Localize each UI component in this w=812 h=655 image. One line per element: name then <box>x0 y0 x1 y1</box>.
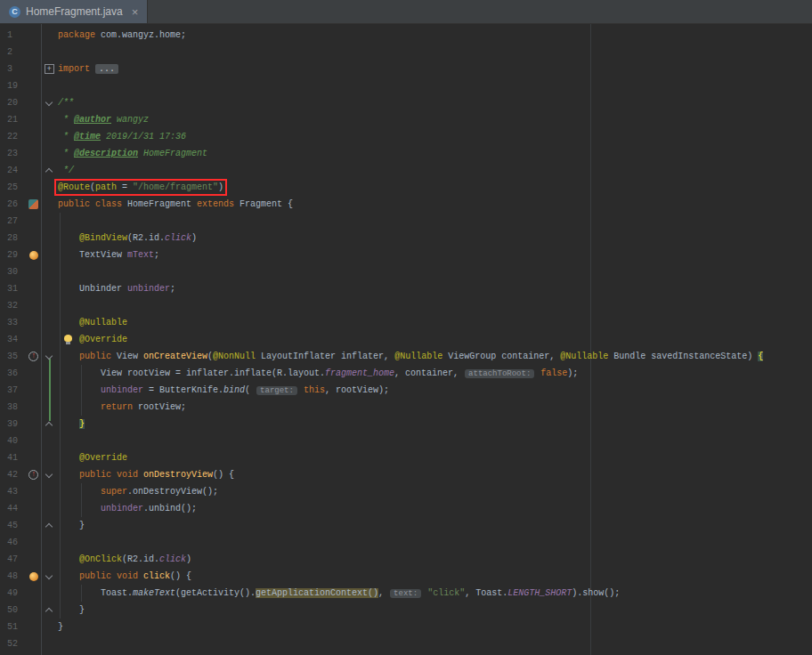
line-number[interactable]: 42 <box>0 466 25 483</box>
code-line[interactable]: 34 @Override <box>0 331 812 348</box>
code-line[interactable]: 2 <box>0 44 812 61</box>
line-number[interactable]: 47 <box>0 551 25 568</box>
line-number[interactable]: 3 <box>0 61 25 77</box>
line-number[interactable]: 34 <box>0 331 25 348</box>
fold-cell <box>42 77 58 94</box>
bind-indicator-icon[interactable] <box>29 572 38 581</box>
line-number[interactable]: 51 <box>0 619 25 635</box>
code-line[interactable]: 31 Unbinder unbinder; <box>0 280 812 297</box>
code-text: @OnClick(R2.id.click) <box>58 551 812 568</box>
code-line[interactable]: 50 } <box>0 602 812 619</box>
code-line[interactable]: 44 unbinder.unbind(); <box>0 500 812 517</box>
line-number[interactable]: 49 <box>0 585 25 602</box>
fold-marker-end-icon[interactable] <box>45 168 53 175</box>
line-number[interactable]: 50 <box>0 602 25 619</box>
code-line[interactable]: 33 @Nullable <box>0 314 812 331</box>
code-line[interactable]: 19 <box>0 77 812 94</box>
code-line[interactable]: 20/** <box>0 94 812 111</box>
code-line[interactable]: 48 public void click() { <box>0 568 812 585</box>
code-line[interactable]: 52 <box>0 635 812 652</box>
line-number[interactable]: 39 <box>0 416 25 433</box>
code-line[interactable]: 40 <box>0 433 812 449</box>
line-number[interactable]: 1 <box>0 27 25 44</box>
line-number[interactable]: 40 <box>0 433 25 449</box>
fold-marker-end-icon[interactable] <box>45 523 53 530</box>
code-line[interactable]: 23 * @description HomeFragment <box>0 145 812 162</box>
code-text: package com.wangyz.home; <box>58 27 812 44</box>
code-line[interactable]: 1package com.wangyz.home; <box>0 27 812 44</box>
code-line[interactable]: 37 unbinder = ButterKnife.bind( target: … <box>0 382 812 399</box>
line-number[interactable]: 28 <box>0 230 25 247</box>
fold-marker-start-icon[interactable] <box>45 471 53 478</box>
override-method-icon[interactable] <box>28 470 38 480</box>
code-line[interactable]: 45 } <box>0 517 812 534</box>
fold-marker-end-icon[interactable] <box>45 422 53 429</box>
line-number[interactable]: 36 <box>0 365 25 382</box>
bind-indicator-icon[interactable] <box>29 251 38 260</box>
line-number[interactable]: 20 <box>0 94 25 111</box>
class-annotation-icon[interactable] <box>28 199 38 209</box>
code-line[interactable]: 35 public View onCreateView(@NonNull Lay… <box>0 348 812 365</box>
code-text: public class HomeFragment extends Fragme… <box>58 196 812 213</box>
line-number[interactable]: 46 <box>0 534 25 551</box>
line-number[interactable]: 19 <box>0 77 25 94</box>
fold-marker-start-icon[interactable] <box>45 352 53 360</box>
code-line[interactable]: 32 <box>0 297 812 314</box>
line-number[interactable]: 25 <box>0 179 25 196</box>
code-editor[interactable]: 1package com.wangyz.home;23import ...192… <box>0 24 812 655</box>
fold-marker-end-icon[interactable] <box>45 608 53 615</box>
override-method-icon[interactable] <box>28 352 38 361</box>
code-line[interactable]: 3import ... <box>0 61 812 77</box>
code-line[interactable]: 38 return rootView; <box>0 399 812 416</box>
code-line[interactable]: 46 <box>0 534 812 551</box>
line-number[interactable]: 33 <box>0 314 25 331</box>
code-line[interactable]: 24 */ <box>0 162 812 179</box>
line-number[interactable]: 48 <box>0 568 25 585</box>
line-number[interactable]: 31 <box>0 280 25 297</box>
line-number[interactable]: 52 <box>0 635 25 652</box>
line-number[interactable]: 2 <box>0 44 25 61</box>
line-number[interactable]: 41 <box>0 449 25 466</box>
fold-marker-start-icon[interactable] <box>45 572 53 579</box>
tab-close-icon[interactable]: × <box>132 6 139 18</box>
line-number[interactable]: 37 <box>0 382 25 399</box>
code-line[interactable]: 25@Route(path = "/home/fragment") <box>0 179 812 196</box>
code-line[interactable]: 21 * @author wangyz <box>0 111 812 128</box>
line-number[interactable]: 45 <box>0 517 25 534</box>
line-number[interactable]: 43 <box>0 483 25 500</box>
code-line[interactable]: 51} <box>0 619 812 635</box>
code-text: @Override <box>58 331 812 348</box>
code-line[interactable]: 27 <box>0 213 812 230</box>
line-number[interactable]: 21 <box>0 111 25 128</box>
code-line[interactable]: 41 @Override <box>0 449 812 466</box>
line-number[interactable]: 29 <box>0 247 25 263</box>
code-line[interactable]: 30 <box>0 263 812 280</box>
code-line[interactable]: 42 public void onDestroyView() { <box>0 466 812 483</box>
code-line[interactable]: 29 TextView mText; <box>0 247 812 263</box>
code-line[interactable]: 47 @OnClick(R2.id.click) <box>0 551 812 568</box>
fold-marker-start-icon[interactable] <box>45 99 53 106</box>
code-line[interactable]: 36 View rootView = inflater.inflate(R.la… <box>0 365 812 382</box>
code-line[interactable]: 49 Toast.makeText(getActivity().getAppli… <box>0 585 812 602</box>
line-number[interactable]: 23 <box>0 145 25 162</box>
intention-bulb-icon[interactable] <box>64 335 72 342</box>
code-line[interactable]: 43 super.onDestroyView(); <box>0 483 812 500</box>
line-number[interactable]: 22 <box>0 128 25 145</box>
editor-lines[interactable]: 1package com.wangyz.home;23import ...192… <box>0 24 812 652</box>
line-number[interactable]: 44 <box>0 500 25 517</box>
code-line[interactable]: 39 } <box>0 416 812 433</box>
tab-homefragment-java[interactable]: C HomeFragment.java × <box>0 0 148 23</box>
line-number[interactable]: 38 <box>0 399 25 416</box>
code-line[interactable]: 28 @BindView(R2.id.click) <box>0 230 812 247</box>
gutter-icon-cell <box>25 568 42 585</box>
fold-marker-plus-icon[interactable] <box>45 64 54 74</box>
code-text: } <box>58 619 812 635</box>
line-number[interactable]: 24 <box>0 162 25 179</box>
line-number[interactable]: 30 <box>0 263 25 280</box>
line-number[interactable]: 27 <box>0 213 25 230</box>
line-number[interactable]: 26 <box>0 196 25 213</box>
code-line[interactable]: 26public class HomeFragment extends Frag… <box>0 196 812 213</box>
code-line[interactable]: 22 * @time 2019/1/31 17:36 <box>0 128 812 145</box>
line-number[interactable]: 32 <box>0 297 25 314</box>
line-number[interactable]: 35 <box>0 348 25 365</box>
